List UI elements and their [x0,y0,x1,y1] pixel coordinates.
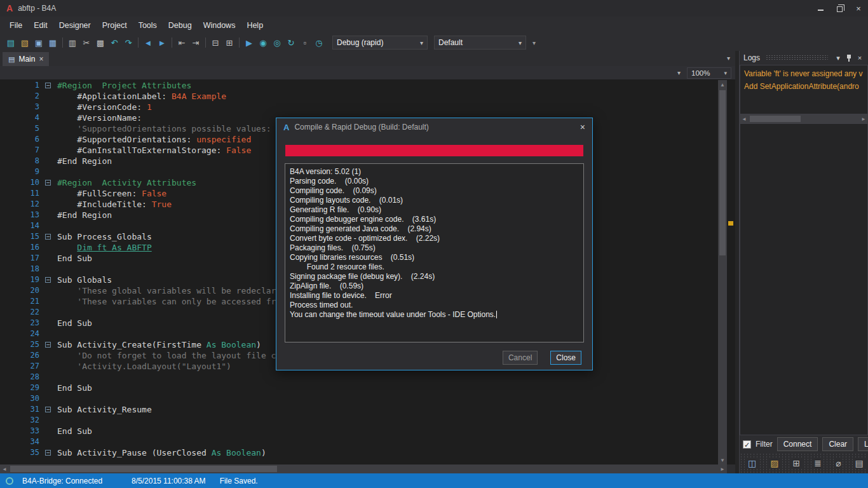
connect-icon[interactable]: ◎ [270,36,284,50]
fold-collapse-icon[interactable]: − [45,450,51,456]
horizontal-scroll-thumb[interactable] [10,466,277,472]
pin-icon[interactable] [846,54,852,62]
code-text: 'SupportedOrientations possible values: … [57,123,301,134]
filter-checkbox[interactable]: ✓ [743,440,751,449]
navigate-back-icon[interactable]: ◄ [141,36,155,50]
stop-icon[interactable]: ▫ [298,36,312,50]
scroll-left-icon[interactable]: ◄ [740,114,749,123]
panel-close-icon[interactable]: × [855,54,864,62]
fold-collapse-icon[interactable]: − [45,234,51,240]
menu-item-tools[interactable]: Tools [133,18,163,33]
log-warning[interactable]: Add SetApplicationAttribute(andro [744,80,864,93]
editor-horizontal-scrollbar[interactable]: ◄ ► [0,464,727,473]
paste-icon[interactable]: ▩ [93,36,107,50]
line-number: 18 [0,264,43,274]
indent-icon[interactable]: ⇥ [189,36,203,50]
line-number: 35 [0,447,43,458]
code-token: As Boolean [212,448,261,458]
member-dropdown-chevron-icon[interactable]: ▾ [677,69,681,76]
compile-icon[interactable]: ◉ [256,36,270,50]
fold-marker[interactable]: − [43,80,57,91]
run-icon[interactable]: ▶ [242,36,256,50]
comment-icon[interactable]: ⊟ [208,36,222,50]
timer-icon[interactable]: ◷ [312,36,326,50]
dock-list-icon[interactable]: ≣ [812,458,824,468]
menu-item-designer[interactable]: Designer [53,18,97,33]
code-token: 'Do not forget to load the layout file c… [57,351,301,360]
close-button[interactable]: Close [550,351,581,365]
fold-collapse-icon[interactable]: − [45,407,51,412]
menu-item-debug[interactable]: Debug [163,18,198,33]
connect-button[interactable]: Connect [777,437,818,451]
new-file-icon[interactable]: ▤ [4,36,18,50]
warning-marker[interactable] [728,221,733,226]
restore-button[interactable] [830,0,849,17]
config-dropdown[interactable]: Default ▾ [434,36,526,50]
fold-marker[interactable]: − [43,404,57,415]
open-file-icon[interactable]: ▧ [18,36,32,50]
navigate-forward-icon[interactable]: ► [155,36,169,50]
editor-vertical-scrollbar[interactable]: ▲ ▼ [718,80,727,464]
tab-label: Main [18,55,35,64]
toolbar-overflow-icon[interactable]: ▾ [532,39,536,46]
dialog-close-icon[interactable]: × [580,122,585,132]
close-button[interactable]: × [849,0,868,17]
save-all-icon[interactable]: ▦ [46,36,60,50]
save-icon[interactable]: ▣ [32,36,46,50]
fold-collapse-icon[interactable]: − [45,342,51,348]
menu-item-help[interactable]: Help [241,18,269,33]
fold-collapse-icon[interactable]: − [45,180,51,186]
log-warning[interactable]: Variable 'ft' is never assigned any v [744,67,864,80]
fold-marker[interactable]: − [43,231,57,242]
copy-icon[interactable]: ▥ [65,36,79,50]
undo-icon[interactable]: ↶ [107,36,121,50]
tab-main[interactable]: ▤ Main × [3,52,49,66]
dialog-log-line: Compiling layouts code. (0.01s) [290,196,579,205]
menu-item-file[interactable]: File [4,18,28,33]
menu-item-project[interactable]: Project [97,18,133,33]
logs-panel-header[interactable]: Logs ▾ × [740,51,868,65]
build-configuration-dropdown[interactable]: Debug (rapid) ▾ [332,36,428,50]
refresh-icon[interactable]: ↻ [284,36,298,50]
outdent-icon[interactable]: ⇤ [175,36,189,50]
dock-folder-icon[interactable]: ▨ [768,458,780,468]
fold-marker[interactable]: − [43,274,57,285]
fold-marker[interactable]: − [43,177,57,188]
fold-marker[interactable]: − [43,339,57,350]
scroll-right-icon[interactable]: ► [718,464,727,473]
horizontal-scroll-thumb[interactable] [750,116,801,122]
scroll-up-icon[interactable]: ▲ [718,80,727,89]
cancel-button[interactable]: Cancel [503,351,538,365]
logs-warning-list[interactable]: Variable 'ft' is never assigned any vAdd… [740,65,868,114]
dialog-title-bar[interactable]: A Compile & Rapid Debug (Build: Default)… [276,118,592,136]
logs-horizontal-scrollbar[interactable]: ◄ ► [740,114,868,123]
logs-output-area[interactable] [740,123,868,435]
title-bar[interactable]: A abftp - B4A × [0,0,868,17]
uncomment-icon[interactable]: ⊞ [222,36,236,50]
dialog-buttons: Cancel Close [287,351,581,365]
redo-icon[interactable]: ↷ [121,36,135,50]
scroll-left-icon[interactable]: ◄ [0,464,9,473]
dock-search-icon[interactable]: ⌀ [834,458,843,468]
scroll-right-icon[interactable]: ► [859,114,868,123]
dock-grid-icon[interactable]: ⊞ [790,458,802,468]
cut-icon[interactable]: ✂ [79,36,93,50]
dock-split-window-icon[interactable]: ◫ [746,458,758,468]
code-line: 3 #VersionCode: 1 [0,102,735,112]
code-text: #VersionCode: 1 [57,102,152,112]
dock-book-icon[interactable]: ▤ [853,458,865,468]
menu-item-edit[interactable]: Edit [28,18,53,33]
tab-close-icon[interactable]: × [39,55,43,64]
zoom-dropdown[interactable]: 100% ▾ [687,67,731,79]
tab-list-chevron-icon[interactable]: ▾ [727,55,730,62]
list-button[interactable]: List l [858,437,868,451]
fold-collapse-icon[interactable]: − [45,277,51,283]
scroll-down-icon[interactable]: ▼ [718,456,727,464]
vertical-scroll-thumb[interactable] [719,90,726,255]
fold-collapse-icon[interactable]: − [45,83,51,88]
fold-marker[interactable]: − [43,447,57,458]
menu-item-windows[interactable]: Windows [198,18,241,33]
minimize-button[interactable] [811,0,830,17]
panel-menu-chevron-icon[interactable]: ▾ [834,54,843,62]
clear-button[interactable]: Clear [822,437,853,451]
